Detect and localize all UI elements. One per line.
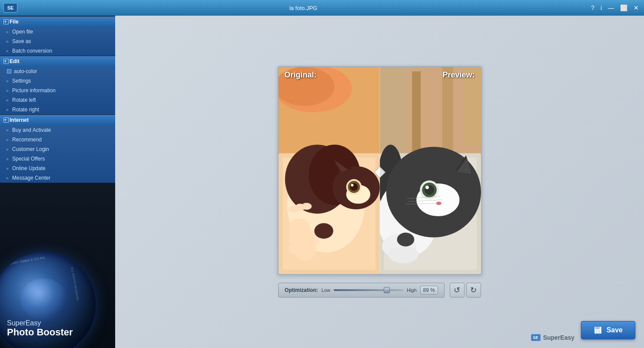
arrow-icon: » — [6, 147, 9, 152]
section-items-file: » Open file » Save as » Batch conversion — [0, 27, 115, 56]
app-name: SuperEasy Photo Booster — [7, 319, 73, 338]
sidebar-item-special-offers[interactable]: » Special Offers — [0, 154, 115, 164]
sidebar-item-rotate-left[interactable]: » Rotate left — [0, 95, 115, 105]
arrow-icon: » — [6, 166, 9, 171]
sidebar-item-save-as[interactable]: » Save as — [0, 37, 115, 46]
preview-container: Original: Preview: — [278, 66, 482, 275]
slider-track[interactable] — [334, 289, 403, 291]
high-label: High — [407, 288, 417, 293]
maximize-button[interactable]: ⬜ — [618, 3, 629, 12]
cat-image — [279, 67, 481, 274]
arrow-icon: » — [6, 137, 9, 142]
section-header-internet[interactable]: ▼ Internet — [0, 115, 115, 125]
undo-button[interactable]: ↺ — [450, 283, 465, 298]
arrow-icon: » — [6, 107, 9, 112]
save-button[interactable]: Save — [581, 321, 635, 339]
arrow-icon: » — [6, 176, 9, 181]
app-name-top: SuperEasy — [7, 319, 73, 327]
section-header-edit[interactable]: ▼ Edit — [0, 56, 115, 67]
brand-logo-icon: SE — [531, 334, 541, 341]
menu-item-label: Rotate right — [12, 107, 39, 113]
arrow-icon: » — [6, 39, 9, 44]
menu-section-file: ▼ File » Open file » Save as » Batch con… — [0, 17, 115, 56]
menu-item-label: Recommend — [12, 137, 42, 143]
minimize-button[interactable]: — — [606, 3, 616, 12]
sidebar-item-picture-info[interactable]: » Picture information — [0, 86, 115, 95]
svg-point-39 — [425, 186, 429, 189]
main-layout: ▼ File » Open file » Save as » Batch con… — [0, 16, 644, 348]
menu-section-edit: ▼ Edit auto-color » Settings » Picture i… — [0, 56, 115, 114]
titlebar-left: SE — [3, 3, 17, 13]
app-logo: SE — [3, 3, 17, 13]
sidebar-item-customer-login[interactable]: » Customer Login — [0, 144, 115, 154]
sidebar-bottom: © SUPEREASY GMBH & CO.KG, ALL RIGHTS RES… — [0, 244, 115, 348]
save-disk-icon — [594, 326, 602, 335]
sidebar-item-recommend[interactable]: » Recommend — [0, 135, 115, 144]
arrow-icon: » — [6, 88, 9, 93]
menu-item-label: Batch conversion — [12, 48, 52, 54]
sidebar-menu: ▼ File » Open file » Save as » Batch con… — [0, 16, 115, 244]
collapse-icon-file: ▼ — [3, 20, 7, 24]
section-label-edit: Edit — [10, 58, 20, 64]
section-header-file[interactable]: ▼ File — [0, 17, 115, 27]
redo-button[interactable]: ↻ — [466, 283, 481, 298]
collapse-icon-edit: ▼ — [3, 59, 7, 64]
info-button[interactable]: i — [599, 3, 604, 12]
checkbox-icon[interactable] — [7, 69, 11, 74]
svg-point-23 — [301, 203, 312, 210]
svg-rect-54 — [597, 331, 599, 333]
help-button[interactable]: ? — [589, 3, 596, 12]
slider-thumb[interactable] — [384, 287, 390, 293]
sidebar-item-message-center[interactable]: » Message Center — [0, 173, 115, 183]
menu-item-label: Settings — [12, 78, 31, 84]
percent-value: 89 % — [420, 286, 438, 294]
brand-area: SE SuperEasy — [531, 334, 574, 341]
sidebar-item-buy-activate[interactable]: » Buy and Activate — [0, 125, 115, 135]
sidebar-item-online-update[interactable]: » Online Update — [0, 164, 115, 173]
controls-bar: Optimization: Low High 89 % ↺ ↻ — [278, 283, 481, 298]
optimization-label: Optimization: — [285, 287, 318, 293]
app-name-bottom: Photo Booster — [7, 327, 73, 338]
menu-item-label: Special Offers — [12, 156, 45, 162]
arrow-icon: » — [6, 98, 9, 103]
sidebar-item-batch-conversion[interactable]: » Batch conversion — [0, 46, 115, 56]
menu-item-label: Save as — [12, 38, 31, 44]
optimization-control: Optimization: Low High 89 % — [278, 283, 445, 298]
content-area: Original: Preview: — [115, 16, 644, 348]
menu-item-label: Message Center — [12, 175, 50, 181]
svg-point-14 — [350, 183, 358, 191]
section-items-edit: auto-color » Settings » Picture informat… — [0, 67, 115, 114]
titlebar-center: la foto.JPG — [17, 5, 589, 11]
menu-item-label: Online Update — [12, 165, 46, 171]
svg-rect-52 — [595, 327, 600, 329]
menu-item-label: Open file — [12, 29, 33, 35]
titlebar-controls: ? i — ⬜ ✕ — [589, 3, 641, 12]
menu-item-label: Buy and Activate — [12, 127, 51, 133]
arrow-icon: » — [6, 157, 9, 161]
sidebar: ▼ File » Open file » Save as » Batch con… — [0, 16, 115, 348]
close-button[interactable]: ✕ — [632, 3, 641, 12]
sidebar-item-settings[interactable]: » Settings — [0, 76, 115, 86]
low-label: Low — [322, 288, 330, 293]
arrow-icon: » — [6, 79, 9, 84]
window-title: la foto.JPG — [17, 5, 589, 11]
collapse-icon-internet: ▼ — [3, 118, 7, 122]
menu-item-label: Picture information — [12, 87, 56, 94]
section-items-internet: » Buy and Activate » Recommend » Custome… — [0, 125, 115, 183]
brand-name: SuperEasy — [543, 334, 574, 341]
svg-point-43 — [388, 246, 418, 264]
section-label-file: File — [10, 19, 19, 25]
svg-point-24 — [314, 223, 333, 239]
sidebar-item-open-file[interactable]: » Open file — [0, 27, 115, 37]
save-area: Save — [581, 321, 635, 339]
lens-text-1: © SUPEREASY GMBH & CO.KG, — [0, 256, 46, 268]
menu-item-label: auto-color — [12, 68, 37, 74]
menu-section-internet: ▼ Internet » Buy and Activate » Recommen… — [0, 115, 115, 183]
sidebar-item-rotate-right[interactable]: » Rotate right — [0, 105, 115, 114]
titlebar: SE la foto.JPG ? i — ⬜ ✕ — [0, 0, 644, 16]
arrow-icon: » — [6, 30, 9, 34]
sidebar-item-auto-color[interactable]: auto-color — [0, 67, 115, 76]
svg-rect-29 — [464, 67, 481, 144]
svg-point-15 — [351, 184, 353, 187]
lens-text-2: ALL RIGHTS RESERVED — [71, 267, 80, 301]
